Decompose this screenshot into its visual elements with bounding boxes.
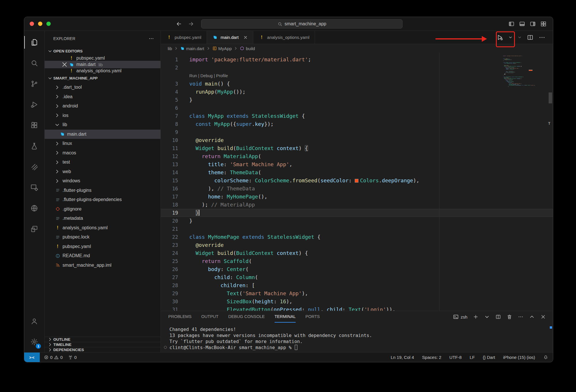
problems-status[interactable]: 00 — [44, 355, 63, 360]
tree-item[interactable]: pubspec.lock — [45, 232, 160, 242]
tree-item[interactable]: .metadata — [45, 214, 160, 223]
status-ln-19-col-4[interactable]: Ln 19, Col 4 — [391, 355, 414, 360]
tree-item[interactable]: ios — [45, 111, 160, 120]
terminal-dropdown-icon[interactable] — [484, 314, 490, 320]
tree-item[interactable]: .flutter-plugins — [45, 186, 160, 195]
close-window-button[interactable] — [30, 22, 34, 26]
command-center-search[interactable]: smart_machine_app — [201, 19, 403, 29]
code-line[interactable]: 7class MyApp extends StatelessWidget { — [161, 112, 553, 120]
maximize-panel-icon[interactable] — [529, 314, 535, 320]
code-line[interactable]: 11 Widget build(BuildContext context) { — [161, 144, 553, 152]
tree-item[interactable]: .dart_tool — [45, 83, 160, 92]
terminal[interactable]: Changed 41 dependencies!13 packages have… — [161, 323, 553, 352]
back-arrow-icon[interactable] — [176, 21, 182, 27]
panel-tab-problems[interactable]: PROBLEMS — [168, 311, 192, 323]
forward-arrow-icon[interactable] — [188, 21, 194, 27]
new-terminal-icon[interactable] — [473, 314, 479, 320]
code-line[interactable]: 21 — [161, 225, 553, 233]
code-editor[interactable]: 1import 'package:flutter/material.dart';… — [161, 53, 553, 311]
tab-pubspec.yaml[interactable]: !pubspec.yaml — [161, 31, 207, 44]
status-spaces-2[interactable]: Spaces: 2 — [422, 355, 441, 360]
tree-item[interactable]: test — [45, 158, 160, 167]
open-editor-item[interactable]: main.dartlib — [45, 61, 160, 68]
code-line[interactable]: 27 child: Column( — [161, 273, 553, 281]
code-line[interactable]: 24 Widget build(BuildContext context) { — [161, 249, 553, 257]
tree-item[interactable]: macos — [45, 148, 160, 158]
split-editor-icon[interactable] — [527, 34, 534, 41]
more-actions-icon[interactable] — [539, 34, 545, 41]
status-iphone-15-ios-[interactable]: iPhone (15) (ios) — [503, 355, 535, 360]
code-line[interactable]: 17 home: MyHomePage(), — [161, 193, 553, 201]
tree-item[interactable]: linux — [45, 139, 160, 148]
section-dependencies[interactable]: DEPENDENCIES — [45, 347, 160, 352]
tree-item[interactable]: windows — [45, 176, 160, 186]
code-line[interactable]: 1import 'package:flutter/material.dart'; — [161, 56, 553, 64]
code-line[interactable]: 8 const MyApp({super.key}); — [161, 120, 553, 128]
code-line[interactable]: 2 — [161, 64, 553, 72]
remote-indicator[interactable]: >< — [24, 353, 40, 362]
activity-item-search[interactable] — [24, 53, 44, 73]
kill-terminal-icon[interactable] — [507, 314, 512, 320]
code-line[interactable]: 12 return MaterialApp( — [161, 152, 553, 160]
bell-icon[interactable] — [543, 355, 548, 360]
tree-item[interactable]: main.dart — [45, 130, 160, 139]
activity-item-windows-stack[interactable] — [24, 219, 44, 239]
code-line[interactable]: 25 return Scaffold( — [161, 257, 553, 265]
tree-item[interactable]: web — [45, 167, 160, 177]
breadcrumb-item[interactable]: build — [240, 46, 255, 51]
open-editor-item[interactable]: !pubspec.yaml — [45, 56, 160, 61]
tab-analysis_options.yaml[interactable]: !analysis_options.yaml — [253, 31, 315, 44]
ports-status[interactable]: 0 — [68, 355, 77, 360]
code-line[interactable]: 31 ElevatedButton(onPressed: null, child… — [161, 306, 553, 311]
tree-item[interactable]: .flutter-plugins-dependencies — [45, 195, 160, 204]
secondary-chevron-icon[interactable] — [518, 35, 522, 39]
tree-item[interactable]: smart_machine_app.iml — [45, 261, 160, 270]
code-line[interactable]: 28 children: [ — [161, 281, 553, 289]
tree-item[interactable]: !pubspec.yaml — [45, 242, 160, 251]
panel-tab-terminal[interactable]: TERMINAL — [275, 311, 296, 323]
code-line[interactable]: 16 ), // ThemeData — [161, 185, 553, 193]
tree-item[interactable]: lib — [45, 120, 160, 130]
split-terminal-icon[interactable] — [495, 314, 501, 320]
codelens-run-debug-profile[interactable]: Run | Debug | Profile — [189, 72, 228, 80]
code-line[interactable]: 13 title: 'Smart Machine App', — [161, 160, 553, 168]
code-line[interactable]: 22class MyHomePage extends StatelessWidg… — [161, 233, 553, 241]
code-line[interactable]: 4 runApp(MyApp()); — [161, 88, 553, 96]
toggle-panel-bottom-icon[interactable] — [519, 21, 525, 27]
code-line[interactable]: 26 body: Center( — [161, 265, 553, 273]
zoom-window-button[interactable] — [46, 22, 51, 26]
activity-item-source-control[interactable] — [24, 73, 44, 94]
activity-item-globe[interactable] — [24, 198, 44, 219]
code-line[interactable]: 6 — [161, 104, 553, 112]
code-line[interactable]: 14 theme: ThemeData( — [161, 168, 553, 177]
status--dart[interactable]: {} Dart — [483, 355, 495, 360]
code-line[interactable]: 15 colorScheme: ColorScheme.fromSeed(see… — [161, 177, 553, 185]
section-timeline[interactable]: TIMELINE — [45, 342, 160, 347]
code-line[interactable]: 20} — [161, 217, 553, 225]
panel-tab-debug-console[interactable]: DEBUG CONSOLE — [228, 311, 265, 323]
minimize-window-button[interactable] — [38, 22, 42, 26]
editor-scrollbar-thumb[interactable] — [549, 92, 552, 103]
code-line[interactable]: 18 ); // MaterialApp — [161, 201, 553, 209]
panel-tab-ports[interactable]: PORTS — [305, 311, 320, 323]
code-line[interactable]: 5} — [161, 96, 553, 104]
status-utf-8[interactable]: UTF-8 — [450, 355, 462, 360]
code-line[interactable]: 19 } — [161, 209, 553, 217]
tree-item[interactable]: !analysis_options.yaml — [45, 223, 160, 233]
section-outline[interactable]: OUTLINE — [45, 337, 160, 342]
tree-item[interactable]: .gitignore — [45, 204, 160, 214]
code-line[interactable]: 23 @override — [161, 241, 553, 249]
activity-item-account[interactable] — [24, 311, 44, 332]
tab-main.dart[interactable]: main.dart — [207, 31, 254, 44]
code-line[interactable]: 9 — [161, 128, 553, 136]
breadcrumb-item[interactable]: main.dart — [180, 46, 204, 51]
toggle-layout-grid-icon[interactable] — [540, 21, 547, 27]
breadcrumb-item[interactable]: MyApp — [212, 46, 232, 51]
status-lf[interactable]: LF — [470, 355, 475, 360]
close-tab-icon[interactable] — [243, 35, 248, 40]
toggle-panel-right-icon[interactable] — [530, 21, 536, 27]
project-section-header[interactable]: SMART_MACHINE_APP — [45, 73, 160, 83]
panel-more-actions-icon[interactable] — [518, 314, 524, 320]
close-panel-icon[interactable] — [540, 314, 546, 320]
shell-selector[interactable]: zsh — [453, 314, 467, 320]
